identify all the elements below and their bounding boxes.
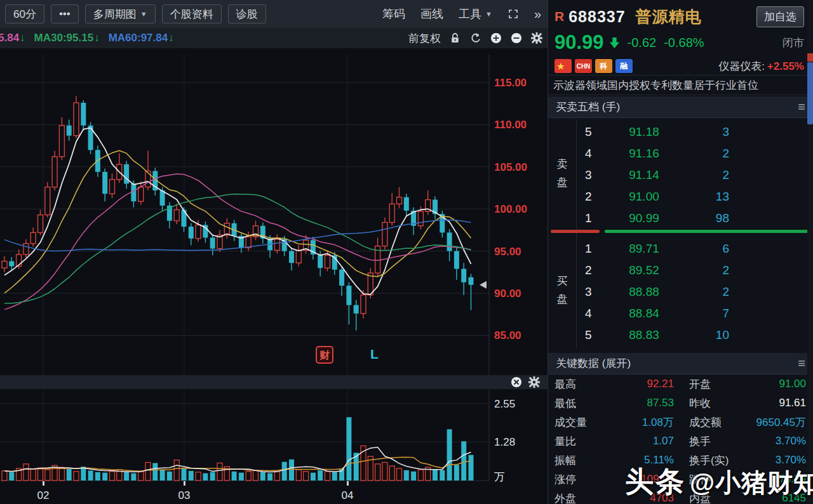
order-book: 卖盘 买盘 591.183491.162391.142291.0013190.9… <box>548 118 813 353</box>
buy-level-3-row[interactable]: 388.882 <box>576 282 813 303</box>
stock-app-window: 60分 ••• 多周期图 ▼ 个股资料 诊股 筹码 画线 工具 ▼ » 5.84… <box>0 0 813 504</box>
price: 91.18 <box>615 125 673 139</box>
sector-quote[interactable]: 仪器仪表:+2.55% <box>718 59 804 74</box>
scrollbar-marker <box>807 53 813 62</box>
svg-text:2.55: 2.55 <box>494 398 515 410</box>
ma-legend: 5.84↓MA30:95.15↓MA60:97.84↓ <box>0 32 174 44</box>
adjust-mode-label[interactable]: 前复权 <box>408 31 441 46</box>
ma-legend-item: MA30:95.15↓ <box>34 32 100 44</box>
svg-text:财: 财 <box>319 350 330 361</box>
chips-menu-item[interactable]: 筹码 <box>382 6 405 22</box>
price-down-arrow-icon <box>609 37 620 49</box>
sell-level-4-row[interactable]: 491.162 <box>576 143 813 165</box>
stock-info-button[interactable]: 个股资料 <box>162 4 222 23</box>
scrollbar-thumb[interactable] <box>807 62 813 124</box>
stat-value: 91.00 <box>749 378 813 390</box>
stat-label: 换手 <box>674 434 749 449</box>
level: 2 <box>585 263 592 277</box>
sell-level-2-row[interactable]: 291.0013 <box>576 187 813 208</box>
quantity: 2 <box>722 147 729 161</box>
svg-text:L: L <box>370 347 379 361</box>
buy-level-1-row[interactable]: 189.716 <box>576 239 813 260</box>
sell-level-5-row[interactable]: 591.183 <box>576 122 813 143</box>
quote-header: R 688337 普源精电 加自选 <box>554 4 804 29</box>
quantity: 2 <box>722 285 729 299</box>
zoom-out-icon[interactable] <box>511 32 522 44</box>
order-book-menu-icon[interactable]: ≡ <box>798 100 805 114</box>
sell-side-label: 卖盘 <box>548 122 576 226</box>
chevron-down-icon: ▼ <box>485 10 492 18</box>
svg-text:110.00: 110.00 <box>494 119 527 131</box>
pane-settings-gear-icon[interactable] <box>528 376 540 388</box>
sell-level-1-row[interactable]: 190.9998 <box>576 208 813 230</box>
quantity: 13 <box>716 190 729 204</box>
add-watchlist-button[interactable]: 加自选 <box>756 6 804 27</box>
tools-menu-item[interactable]: 工具 ▼ <box>459 6 492 22</box>
level: 5 <box>585 125 592 139</box>
ma-legend-item: MA60:97.84↓ <box>109 32 174 44</box>
buy-level-5-row[interactable]: 588.8310 <box>576 325 813 347</box>
stat-value: 9650.45万 <box>749 415 813 430</box>
key-data-row: 成交量1.08万成交额9650.45万 <box>548 413 813 432</box>
settings-gear-icon[interactable] <box>531 32 542 44</box>
stat-value: 87.53 <box>607 397 674 409</box>
watermark-handle: @小猪财知道 <box>690 468 813 496</box>
svg-text:95.00: 95.00 <box>494 246 521 258</box>
market-status: 闭市 <box>783 36 804 50</box>
registered-flag: R <box>554 9 564 24</box>
draw-line-menu-item[interactable]: 画线 <box>420 6 443 22</box>
price: 89.71 <box>615 242 673 256</box>
sector-name: 仪器仪表: <box>718 60 765 72</box>
stat-value: 92.21 <box>607 378 674 390</box>
stat-label: 量比 <box>548 434 607 449</box>
lock-icon[interactable] <box>450 32 461 44</box>
stock-badges-row: ★CHN科融 仪器仪表:+2.55% <box>554 57 804 75</box>
buy-level-2-row[interactable]: 289.522 <box>576 260 813 282</box>
svg-text:02: 02 <box>37 489 50 501</box>
news-ticker[interactable]: 示波器领域国内授权专利数量居于行业首位 <box>548 75 813 95</box>
key-data-row: 最低87.53昨收91.61 <box>548 394 813 413</box>
svg-text:万: 万 <box>494 471 505 483</box>
sector-change: +2.55% <box>767 60 804 72</box>
multi-period-button[interactable]: 多周期图 ▼ <box>85 4 156 23</box>
stock-tag-icon: 融 <box>615 59 633 73</box>
buy-level-4-row[interactable]: 488.847 <box>576 303 813 325</box>
stat-value: 3.70% <box>749 435 813 448</box>
more-icon: ••• <box>59 8 71 20</box>
price: 88.88 <box>615 285 673 299</box>
period-60min-button[interactable]: 60分 <box>5 4 44 23</box>
key-data-menu-icon[interactable]: ≡ <box>798 356 805 371</box>
level: 2 <box>585 190 592 204</box>
svg-text:03: 03 <box>178 489 191 501</box>
candlestick-chart[interactable]: 115.00110.00105.00100.0095.0090.0085.002… <box>0 54 548 504</box>
last-price: 90.99 <box>554 31 604 54</box>
diagnose-button[interactable]: 诊股 <box>228 4 266 23</box>
svg-text:100.00: 100.00 <box>494 203 527 215</box>
price: 91.00 <box>615 190 673 204</box>
close-pane-icon[interactable] <box>511 376 522 388</box>
undo-icon[interactable] <box>470 32 481 44</box>
stat-label: 成交额 <box>674 415 749 430</box>
toolbar-right-menu: 筹码 画线 工具 ▼ » <box>382 6 541 22</box>
price: 88.84 <box>615 307 673 321</box>
buy-side-label: 买盘 <box>548 239 576 343</box>
more-periods-button[interactable]: ••• <box>51 4 79 23</box>
tools-label: 工具 <box>459 6 481 22</box>
stat-value: 1.07 <box>607 435 674 448</box>
stat-label: 成交量 <box>548 415 607 430</box>
sell-level-3-row[interactable]: 391.142 <box>576 165 813 187</box>
sell-ratio-segment <box>551 230 600 233</box>
zoom-in-icon[interactable] <box>490 32 502 44</box>
expand-more-icon[interactable]: » <box>534 7 541 22</box>
fullscreen-icon[interactable] <box>507 8 519 20</box>
price-change-pct: -0.68% <box>664 36 704 50</box>
stock-info-label: 个股资料 <box>170 7 213 22</box>
pane-divider <box>0 375 548 389</box>
quote-price-row: 90.99 -0.62 -0.68% 闭市 <box>554 30 804 55</box>
price: 88.83 <box>615 328 673 342</box>
stat-label: 涨停 <box>548 472 607 487</box>
svg-text:85.00: 85.00 <box>494 329 521 342</box>
stat-label: 振幅 <box>548 453 607 468</box>
news-text: 示波器领域国内授权专利数量居于行业首位 <box>553 78 758 93</box>
price-change: -0.62 <box>628 36 657 50</box>
